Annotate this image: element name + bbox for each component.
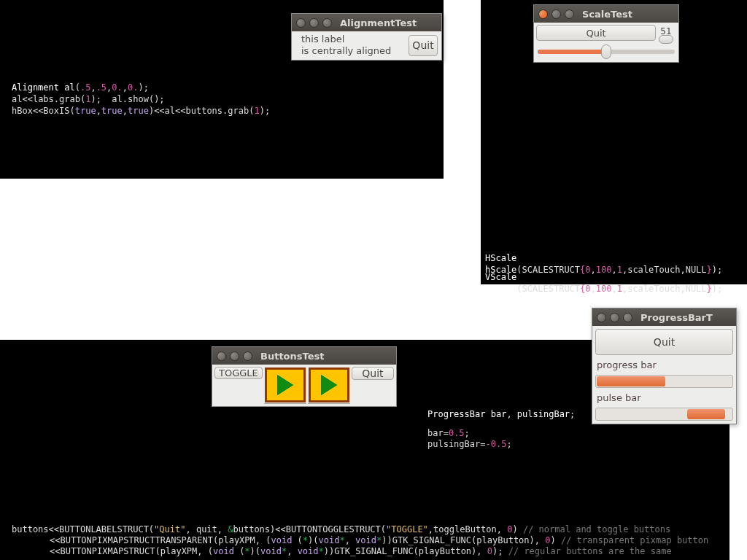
code-line: <<BUTTONPIXMAPSTRUCT(playXPM, (void (*)(… bbox=[50, 545, 672, 557]
code-line: ProgressBar bar, pulsingBar; bbox=[427, 408, 575, 420]
quit-button[interactable]: Quit bbox=[595, 329, 733, 355]
close-icon[interactable] bbox=[296, 18, 306, 28]
hscale-fill bbox=[538, 50, 606, 54]
code-line: VScale vScale(SCALESTRUCT{0,100,1,scaleT… bbox=[485, 271, 747, 295]
pulse-bar-chunk bbox=[687, 409, 725, 419]
maximize-icon[interactable] bbox=[623, 313, 632, 322]
aligned-label: this label is centrally aligned bbox=[294, 34, 407, 58]
code-line: hBox<<BoxIS(true,true,true)<<al<<buttons… bbox=[12, 105, 444, 117]
quit-button[interactable]: Quit bbox=[352, 367, 394, 380]
progress-bar-label: progress bar bbox=[595, 358, 733, 372]
code-line: pulsingBar=-0.5; bbox=[427, 438, 512, 450]
code-line: buttons<<BUTTONLABELSTRUCT("Quit", quit,… bbox=[12, 524, 670, 535]
window-body: Quit progress bar pulse bar bbox=[592, 326, 736, 424]
play-icon bbox=[277, 375, 293, 395]
maximize-icon[interactable] bbox=[565, 9, 574, 19]
window-body: this label is centrally aligned Quit bbox=[292, 31, 441, 60]
alignment-window: AlignmentTest this label is centrally al… bbox=[291, 13, 442, 61]
window-body: TOGGLE Quit bbox=[212, 365, 396, 406]
window-body: Quit 51 bbox=[534, 23, 678, 62]
window-title: AlignmentTest bbox=[340, 18, 417, 28]
close-icon[interactable] bbox=[217, 351, 226, 361]
pulse-bar bbox=[595, 408, 733, 421]
maximize-icon[interactable] bbox=[322, 18, 332, 28]
minimize-icon[interactable] bbox=[610, 313, 619, 322]
quit-button[interactable]: Quit bbox=[536, 25, 656, 41]
pulse-bar-label: pulse bar bbox=[595, 391, 733, 405]
hscale-thumb[interactable] bbox=[601, 44, 611, 59]
close-icon[interactable] bbox=[538, 9, 548, 19]
minimize-icon[interactable] bbox=[551, 9, 561, 19]
minimize-icon[interactable] bbox=[309, 18, 319, 28]
window-title: ProgressBarT bbox=[640, 312, 713, 323]
code-line: al<<labs.grab(1); al.show(); bbox=[12, 93, 444, 105]
code-line: Alignment al(.5,.5,0.,0.); bbox=[12, 82, 444, 93]
scale-window: ScaleTest Quit 51 bbox=[533, 4, 679, 63]
progressbar-window: ProgressBarT Quit progress bar pulse bar bbox=[592, 308, 737, 424]
play-button-transparent[interactable] bbox=[264, 367, 306, 404]
code-line: <<BUTTONPIXMAPSTRUCTTRANSPARENT(playXPM,… bbox=[50, 534, 708, 546]
toggle-button[interactable]: TOGGLE bbox=[214, 367, 263, 379]
titlebar[interactable]: ProgressBarT bbox=[592, 308, 736, 326]
close-icon[interactable] bbox=[597, 313, 606, 322]
titlebar[interactable]: ScaleTest bbox=[534, 5, 678, 23]
window-title: ButtonsTest bbox=[260, 351, 324, 362]
play-button[interactable] bbox=[308, 367, 350, 404]
vscale-thumb[interactable] bbox=[659, 35, 673, 44]
buttons-window: ButtonsTest TOGGLE Quit bbox=[212, 346, 397, 407]
hscale[interactable] bbox=[538, 50, 675, 54]
progress-bar-fill bbox=[597, 376, 665, 386]
progress-bar bbox=[595, 375, 733, 388]
minimize-icon[interactable] bbox=[230, 351, 239, 361]
maximize-icon[interactable] bbox=[243, 351, 252, 361]
quit-button[interactable]: Quit bbox=[409, 35, 438, 56]
window-title: ScaleTest bbox=[582, 9, 632, 20]
titlebar[interactable]: AlignmentTest bbox=[292, 14, 441, 31]
play-icon bbox=[321, 375, 337, 395]
titlebar[interactable]: ButtonsTest bbox=[212, 347, 396, 365]
code-line: bar=0.5; bbox=[427, 427, 470, 439]
